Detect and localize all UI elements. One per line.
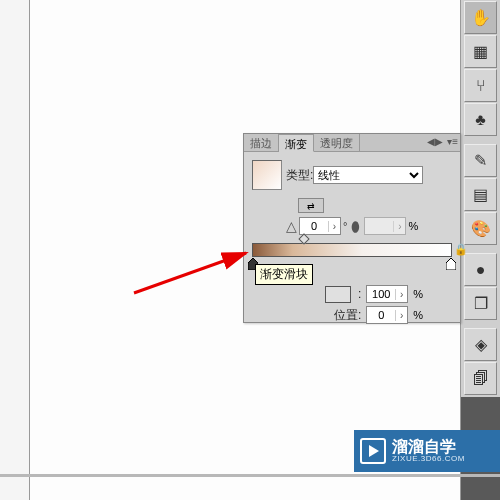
layers-tool[interactable]: ◈: [464, 328, 497, 361]
degree-label: °: [343, 220, 347, 232]
copy-icon: 🗐: [473, 370, 489, 388]
opacity-swatch: [325, 286, 351, 303]
clubs-icon: ♣: [475, 111, 486, 129]
svg-marker-1: [446, 258, 456, 270]
tab-stroke[interactable]: 描边: [244, 134, 279, 151]
position-pct: %: [413, 309, 423, 321]
grid-tool[interactable]: ▦: [464, 35, 497, 68]
watermark: 溜溜自学 ZIXUE.3D66.COM: [354, 430, 500, 472]
lock-icon[interactable]: 🔒: [454, 243, 468, 256]
gradient-tool[interactable]: ▤: [464, 178, 497, 211]
position-label: 位置:: [334, 307, 361, 324]
palette-tool[interactable]: 🎨: [464, 212, 497, 245]
hand-icon: ✋: [471, 8, 491, 27]
type-select[interactable]: 线性: [313, 166, 423, 184]
gradient-stop-right[interactable]: [446, 258, 456, 270]
play-icon: [360, 438, 386, 464]
opacity-label-colon: :: [358, 287, 361, 301]
gradient-icon: ▤: [473, 185, 488, 204]
watermark-sub: ZIXUE.3D66.COM: [392, 455, 465, 463]
type-label: 类型:: [286, 167, 313, 184]
gradient-preview-swatch[interactable]: [252, 160, 282, 190]
panel-tabs: 描边 渐变 透明度 ◀▶ ▾≡: [244, 134, 460, 152]
branch-icon: ⑂: [476, 77, 486, 95]
opacity-pct: %: [413, 288, 423, 300]
collapse-icon[interactable]: ◀▶: [427, 136, 443, 147]
circle-icon: ●: [476, 261, 486, 279]
gradient-track[interactable]: [252, 243, 452, 257]
symbol-tool[interactable]: ♣: [464, 103, 497, 136]
blend-tool[interactable]: ●: [464, 253, 497, 286]
angle-stepper[interactable]: ›: [328, 221, 340, 232]
opacity-input[interactable]: ›: [366, 285, 408, 303]
eyedropper-tool[interactable]: ✎: [464, 144, 497, 177]
layers-icon: ◈: [475, 335, 487, 354]
position-input[interactable]: ›: [366, 306, 408, 324]
aspect-icon: ⬮: [351, 218, 360, 235]
tab-transparency[interactable]: 透明度: [314, 134, 360, 151]
graph-tool[interactable]: ⑂: [464, 69, 497, 102]
tab-gradient[interactable]: 渐变: [279, 134, 314, 152]
opacity-stepper[interactable]: ›: [395, 289, 407, 300]
hand-tool[interactable]: ✋: [464, 1, 497, 34]
panel-menu-icon[interactable]: ▾≡: [447, 136, 458, 147]
position-stepper[interactable]: ›: [395, 310, 407, 321]
pathfinder-tool[interactable]: ❐: [464, 287, 497, 320]
gradient-ramp[interactable]: 🔒: [252, 243, 452, 263]
angle-icon: △: [286, 218, 297, 234]
reverse-gradient-button[interactable]: ⇄: [298, 198, 324, 213]
aspect-pct: %: [408, 220, 418, 232]
gradient-panel: 描边 渐变 透明度 ◀▶ ▾≡ 类型: 线性 ⇄ △ › ° ⬮ › %: [243, 133, 461, 323]
palette-icon: 🎨: [471, 219, 491, 238]
aspect-input: ›: [364, 217, 406, 235]
overlap-icon: ❐: [474, 294, 488, 313]
eyedropper-icon: ✎: [474, 151, 487, 170]
watermark-title: 溜溜自学: [392, 439, 465, 455]
angle-input[interactable]: ›: [299, 217, 341, 235]
artboard-tool[interactable]: 🗐: [464, 362, 497, 395]
slider-tooltip: 渐变滑块: [255, 264, 313, 285]
bottom-divider: [0, 474, 500, 477]
grid-icon: ▦: [473, 42, 488, 61]
